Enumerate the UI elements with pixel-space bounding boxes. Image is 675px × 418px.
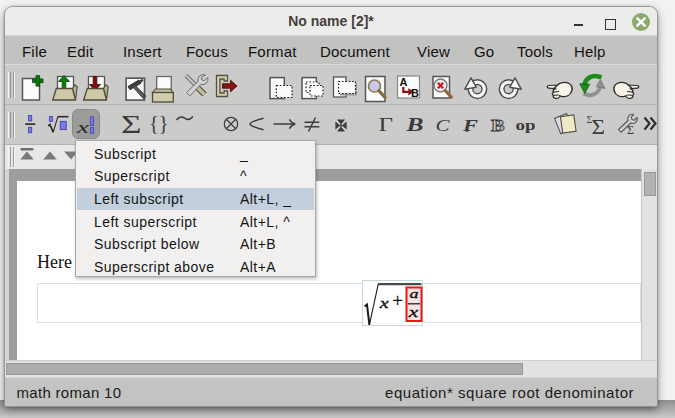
svg-text:A: A (399, 76, 407, 88)
svg-text:B: B (406, 115, 424, 133)
svg-text:op: op (516, 117, 536, 133)
svg-text:C: C (435, 116, 450, 134)
svg-text:Σ: Σ (121, 112, 142, 136)
svg-text:x: x (75, 118, 89, 137)
svg-text:B: B (491, 116, 505, 134)
svg-text:x: x (378, 295, 389, 311)
svg-text:{}: {} (149, 113, 169, 135)
svg-text:Σ: Σ (592, 115, 605, 135)
svg-text:Σ: Σ (627, 123, 634, 136)
svg-text:B: B (411, 87, 419, 99)
svg-text:F: F (462, 117, 478, 134)
svg-text:Γ: Γ (379, 115, 394, 133)
svg-text:+: + (392, 290, 403, 311)
svg-text:a: a (410, 286, 420, 301)
svg-text:x: x (407, 305, 419, 320)
